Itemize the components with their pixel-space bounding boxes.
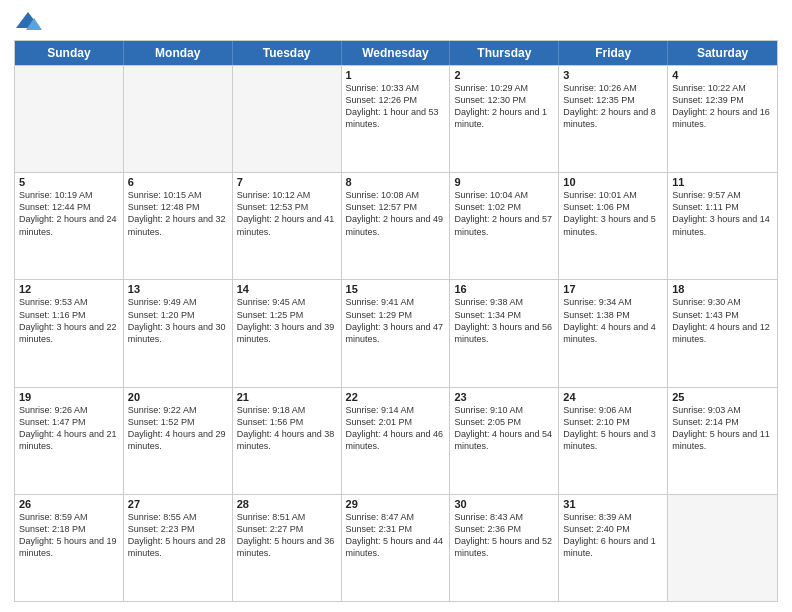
- calendar-cell: [668, 495, 777, 601]
- calendar-cell: 7Sunrise: 10:12 AM Sunset: 12:53 PM Dayl…: [233, 173, 342, 279]
- day-number: 13: [128, 283, 228, 295]
- day-number: 10: [563, 176, 663, 188]
- day-info: Sunrise: 9:06 AM Sunset: 2:10 PM Dayligh…: [563, 404, 663, 453]
- calendar-cell: 1Sunrise: 10:33 AM Sunset: 12:26 PM Dayl…: [342, 66, 451, 172]
- calendar-cell: 21Sunrise: 9:18 AM Sunset: 1:56 PM Dayli…: [233, 388, 342, 494]
- day-info: Sunrise: 10:01 AM Sunset: 1:06 PM Daylig…: [563, 189, 663, 238]
- calendar-cell: 27Sunrise: 8:55 AM Sunset: 2:23 PM Dayli…: [124, 495, 233, 601]
- day-info: Sunrise: 9:03 AM Sunset: 2:14 PM Dayligh…: [672, 404, 773, 453]
- calendar-cell: 13Sunrise: 9:49 AM Sunset: 1:20 PM Dayli…: [124, 280, 233, 386]
- day-number: 11: [672, 176, 773, 188]
- calendar-row: 26Sunrise: 8:59 AM Sunset: 2:18 PM Dayli…: [15, 494, 777, 601]
- calendar-cell: 5Sunrise: 10:19 AM Sunset: 12:44 PM Dayl…: [15, 173, 124, 279]
- calendar-cell: 4Sunrise: 10:22 AM Sunset: 12:39 PM Dayl…: [668, 66, 777, 172]
- logo-icon: [14, 10, 42, 32]
- day-info: Sunrise: 9:30 AM Sunset: 1:43 PM Dayligh…: [672, 296, 773, 345]
- day-info: Sunrise: 9:22 AM Sunset: 1:52 PM Dayligh…: [128, 404, 228, 453]
- weekday-header: Tuesday: [233, 41, 342, 65]
- calendar-cell: 15Sunrise: 9:41 AM Sunset: 1:29 PM Dayli…: [342, 280, 451, 386]
- calendar-cell: [15, 66, 124, 172]
- day-info: Sunrise: 8:43 AM Sunset: 2:36 PM Dayligh…: [454, 511, 554, 560]
- day-number: 19: [19, 391, 119, 403]
- day-number: 8: [346, 176, 446, 188]
- calendar-header: SundayMondayTuesdayWednesdayThursdayFrid…: [15, 41, 777, 65]
- day-number: 9: [454, 176, 554, 188]
- day-number: 21: [237, 391, 337, 403]
- calendar-cell: 10Sunrise: 10:01 AM Sunset: 1:06 PM Dayl…: [559, 173, 668, 279]
- day-info: Sunrise: 10:15 AM Sunset: 12:48 PM Dayli…: [128, 189, 228, 238]
- weekday-header: Saturday: [668, 41, 777, 65]
- day-number: 28: [237, 498, 337, 510]
- day-number: 7: [237, 176, 337, 188]
- day-info: Sunrise: 9:10 AM Sunset: 2:05 PM Dayligh…: [454, 404, 554, 453]
- calendar-cell: [233, 66, 342, 172]
- day-info: Sunrise: 9:38 AM Sunset: 1:34 PM Dayligh…: [454, 296, 554, 345]
- calendar-cell: 8Sunrise: 10:08 AM Sunset: 12:57 PM Dayl…: [342, 173, 451, 279]
- day-info: Sunrise: 10:04 AM Sunset: 1:02 PM Daylig…: [454, 189, 554, 238]
- day-number: 22: [346, 391, 446, 403]
- calendar-cell: 28Sunrise: 8:51 AM Sunset: 2:27 PM Dayli…: [233, 495, 342, 601]
- logo: [14, 10, 44, 32]
- day-info: Sunrise: 8:39 AM Sunset: 2:40 PM Dayligh…: [563, 511, 663, 560]
- day-number: 15: [346, 283, 446, 295]
- calendar-cell: 31Sunrise: 8:39 AM Sunset: 2:40 PM Dayli…: [559, 495, 668, 601]
- calendar-cell: 6Sunrise: 10:15 AM Sunset: 12:48 PM Dayl…: [124, 173, 233, 279]
- day-number: 14: [237, 283, 337, 295]
- day-number: 2: [454, 69, 554, 81]
- day-number: 3: [563, 69, 663, 81]
- calendar-cell: 25Sunrise: 9:03 AM Sunset: 2:14 PM Dayli…: [668, 388, 777, 494]
- day-number: 26: [19, 498, 119, 510]
- weekday-header: Thursday: [450, 41, 559, 65]
- calendar-cell: 12Sunrise: 9:53 AM Sunset: 1:16 PM Dayli…: [15, 280, 124, 386]
- calendar-body: 1Sunrise: 10:33 AM Sunset: 12:26 PM Dayl…: [15, 65, 777, 601]
- day-number: 4: [672, 69, 773, 81]
- day-number: 23: [454, 391, 554, 403]
- page: SundayMondayTuesdayWednesdayThursdayFrid…: [0, 0, 792, 612]
- calendar-cell: 16Sunrise: 9:38 AM Sunset: 1:34 PM Dayli…: [450, 280, 559, 386]
- day-info: Sunrise: 9:34 AM Sunset: 1:38 PM Dayligh…: [563, 296, 663, 345]
- day-number: 29: [346, 498, 446, 510]
- calendar-cell: 14Sunrise: 9:45 AM Sunset: 1:25 PM Dayli…: [233, 280, 342, 386]
- day-number: 24: [563, 391, 663, 403]
- weekday-header: Friday: [559, 41, 668, 65]
- weekday-header: Monday: [124, 41, 233, 65]
- day-info: Sunrise: 10:08 AM Sunset: 12:57 PM Dayli…: [346, 189, 446, 238]
- calendar-cell: 23Sunrise: 9:10 AM Sunset: 2:05 PM Dayli…: [450, 388, 559, 494]
- day-info: Sunrise: 9:57 AM Sunset: 1:11 PM Dayligh…: [672, 189, 773, 238]
- day-info: Sunrise: 8:47 AM Sunset: 2:31 PM Dayligh…: [346, 511, 446, 560]
- day-number: 16: [454, 283, 554, 295]
- day-info: Sunrise: 9:18 AM Sunset: 1:56 PM Dayligh…: [237, 404, 337, 453]
- header: [14, 10, 778, 32]
- day-number: 6: [128, 176, 228, 188]
- calendar-cell: 20Sunrise: 9:22 AM Sunset: 1:52 PM Dayli…: [124, 388, 233, 494]
- day-number: 5: [19, 176, 119, 188]
- day-info: Sunrise: 10:22 AM Sunset: 12:39 PM Dayli…: [672, 82, 773, 131]
- calendar-cell: 17Sunrise: 9:34 AM Sunset: 1:38 PM Dayli…: [559, 280, 668, 386]
- weekday-header: Wednesday: [342, 41, 451, 65]
- day-info: Sunrise: 9:53 AM Sunset: 1:16 PM Dayligh…: [19, 296, 119, 345]
- day-info: Sunrise: 10:19 AM Sunset: 12:44 PM Dayli…: [19, 189, 119, 238]
- day-number: 25: [672, 391, 773, 403]
- day-info: Sunrise: 9:45 AM Sunset: 1:25 PM Dayligh…: [237, 296, 337, 345]
- day-info: Sunrise: 9:41 AM Sunset: 1:29 PM Dayligh…: [346, 296, 446, 345]
- day-info: Sunrise: 9:49 AM Sunset: 1:20 PM Dayligh…: [128, 296, 228, 345]
- calendar-cell: 26Sunrise: 8:59 AM Sunset: 2:18 PM Dayli…: [15, 495, 124, 601]
- day-info: Sunrise: 10:29 AM Sunset: 12:30 PM Dayli…: [454, 82, 554, 131]
- day-number: 17: [563, 283, 663, 295]
- day-number: 18: [672, 283, 773, 295]
- day-number: 20: [128, 391, 228, 403]
- calendar-cell: 22Sunrise: 9:14 AM Sunset: 2:01 PM Dayli…: [342, 388, 451, 494]
- calendar-row: 1Sunrise: 10:33 AM Sunset: 12:26 PM Dayl…: [15, 65, 777, 172]
- calendar-row: 19Sunrise: 9:26 AM Sunset: 1:47 PM Dayli…: [15, 387, 777, 494]
- day-number: 30: [454, 498, 554, 510]
- day-number: 27: [128, 498, 228, 510]
- day-info: Sunrise: 10:12 AM Sunset: 12:53 PM Dayli…: [237, 189, 337, 238]
- calendar-cell: [124, 66, 233, 172]
- calendar: SundayMondayTuesdayWednesdayThursdayFrid…: [14, 40, 778, 602]
- day-info: Sunrise: 8:51 AM Sunset: 2:27 PM Dayligh…: [237, 511, 337, 560]
- calendar-cell: 9Sunrise: 10:04 AM Sunset: 1:02 PM Dayli…: [450, 173, 559, 279]
- day-number: 31: [563, 498, 663, 510]
- calendar-row: 5Sunrise: 10:19 AM Sunset: 12:44 PM Dayl…: [15, 172, 777, 279]
- weekday-header: Sunday: [15, 41, 124, 65]
- calendar-cell: 19Sunrise: 9:26 AM Sunset: 1:47 PM Dayli…: [15, 388, 124, 494]
